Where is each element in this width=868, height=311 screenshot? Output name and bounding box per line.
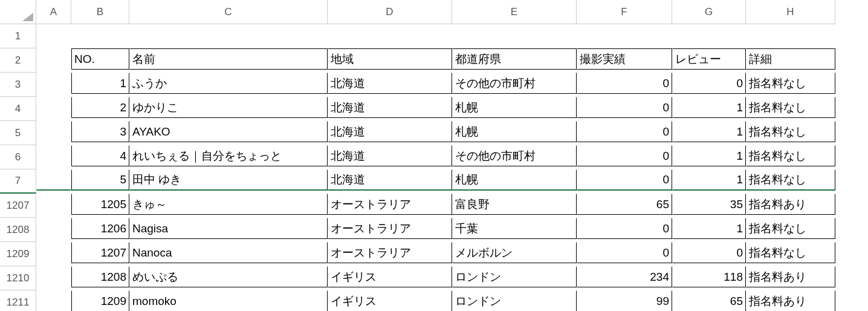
cell-A3[interactable] [36,73,71,94]
cell-B1207[interactable]: 1205 [71,194,129,215]
cell-C1208[interactable]: Nagisa [129,218,328,239]
cell-D5[interactable]: 北海道 [328,121,452,142]
cell-A2[interactable] [36,48,71,70]
cell-E7[interactable]: 札幌 [452,169,577,191]
row-header-1207[interactable]: 1207 [0,194,36,218]
cell-B5[interactable]: 3 [71,121,129,142]
cell-E1209[interactable]: メルボルン [452,242,577,263]
row-header-1209[interactable]: 1209 [0,242,36,266]
row-header-5[interactable]: 5 [0,121,36,145]
cell-B4[interactable]: 2 [71,97,129,118]
cell-F7[interactable]: 0 [577,169,672,191]
cell-C1210[interactable]: めいぷる [129,266,328,287]
row-header-1[interactable]: 1 [0,24,36,48]
cell-D7[interactable]: 北海道 [328,169,452,191]
cell-D1207[interactable]: オーストラリア [328,194,452,215]
col-header-D[interactable]: D [328,0,452,24]
cell-H4[interactable]: 指名料なし [746,97,835,118]
col-header-A[interactable]: A [36,0,71,24]
cell-E1207[interactable]: 富良野 [452,194,577,215]
cell-G1210[interactable]: 118 [672,266,746,287]
cell-A1210[interactable] [36,266,71,287]
cell-D1211[interactable]: イギリス [328,290,452,311]
row-header-7[interactable]: 7 [0,169,36,194]
cell-A6[interactable] [36,145,71,166]
cell-C3[interactable]: ふうか [129,73,328,94]
cell-H1211[interactable]: 指名料あり [746,290,835,311]
cell-C7[interactable]: 田中 ゆき [129,169,328,191]
row-header-1211[interactable]: 1211 [0,290,36,311]
cell-G1207[interactable]: 35 [672,194,746,215]
cell-F1209[interactable]: 0 [577,242,672,263]
cell-D1[interactable] [328,24,452,45]
cell-H6[interactable]: 指名料なし [746,145,835,166]
cell-F1207[interactable]: 65 [577,194,672,215]
cell-F4[interactable]: 0 [577,97,672,118]
cell-F2[interactable]: 撮影実績 [577,48,672,70]
cell-G5[interactable]: 1 [672,121,746,142]
cell-G1[interactable] [672,24,746,45]
cell-B1211[interactable]: 1209 [71,290,129,311]
cell-B6[interactable]: 4 [71,145,129,166]
cell-H1207[interactable]: 指名料あり [746,194,835,215]
cell-A1209[interactable] [36,242,71,263]
cell-H1208[interactable]: 指名料なし [746,218,835,239]
row-header-6[interactable]: 6 [0,145,36,169]
cell-B2[interactable]: NO. [71,48,129,70]
col-header-C[interactable]: C [129,0,328,24]
col-header-B[interactable]: B [71,0,129,24]
cell-F6[interactable]: 0 [577,145,672,166]
row-header-2[interactable]: 2 [0,48,36,73]
cell-C1[interactable] [129,24,328,45]
cell-C6[interactable]: れいちぇる｜自分をちょっと [129,145,328,166]
cell-C1209[interactable]: Nanoca [129,242,328,263]
col-header-H[interactable]: H [746,0,835,24]
cell-A1211[interactable] [36,290,71,311]
cell-G1211[interactable]: 65 [672,290,746,311]
cell-C5[interactable]: AYAKO [129,121,328,142]
cell-H1[interactable] [746,24,835,45]
cell-E1208[interactable]: 千葉 [452,218,577,239]
cell-E1211[interactable]: ロンドン [452,290,577,311]
row-header-3[interactable]: 3 [0,73,36,97]
col-header-E[interactable]: E [452,0,577,24]
col-header-G[interactable]: G [672,0,746,24]
cell-B1208[interactable]: 1206 [71,218,129,239]
col-header-F[interactable]: F [577,0,672,24]
cell-D6[interactable]: 北海道 [328,145,452,166]
cell-G3[interactable]: 0 [672,73,746,94]
cell-B3[interactable]: 1 [71,73,129,94]
cell-A4[interactable] [36,97,71,118]
cell-D1209[interactable]: オーストラリア [328,242,452,263]
cell-H3[interactable]: 指名料なし [746,73,835,94]
cell-D1208[interactable]: オーストラリア [328,218,452,239]
cell-E1[interactable] [452,24,577,45]
cell-G6[interactable]: 1 [672,145,746,166]
cell-G2[interactable]: レビュー [672,48,746,70]
cell-E5[interactable]: 札幌 [452,121,577,142]
cell-D2[interactable]: 地域 [328,48,452,70]
cell-A1208[interactable] [36,218,71,239]
cell-A5[interactable] [36,121,71,142]
cell-G4[interactable]: 1 [672,97,746,118]
cell-F1[interactable] [577,24,672,45]
row-header-4[interactable]: 4 [0,97,36,121]
cell-F1208[interactable]: 0 [577,218,672,239]
cell-C4[interactable]: ゆかりこ [129,97,328,118]
cell-E4[interactable]: 札幌 [452,97,577,118]
cell-D4[interactable]: 北海道 [328,97,452,118]
cell-F1211[interactable]: 99 [577,290,672,311]
cell-F1210[interactable]: 234 [577,266,672,287]
cell-C1211[interactable]: momoko [129,290,328,311]
cell-H1209[interactable]: 指名料なし [746,242,835,263]
cell-B1[interactable] [71,24,129,45]
cell-F3[interactable]: 0 [577,73,672,94]
cell-H5[interactable]: 指名料なし [746,121,835,142]
cell-E6[interactable]: その他の市町村 [452,145,577,166]
cell-D1210[interactable]: イギリス [328,266,452,287]
cell-E3[interactable]: その他の市町村 [452,73,577,94]
cell-G7[interactable]: 1 [672,169,746,191]
cell-A1207[interactable] [36,194,71,215]
cell-F5[interactable]: 0 [577,121,672,142]
cell-D3[interactable]: 北海道 [328,73,452,94]
